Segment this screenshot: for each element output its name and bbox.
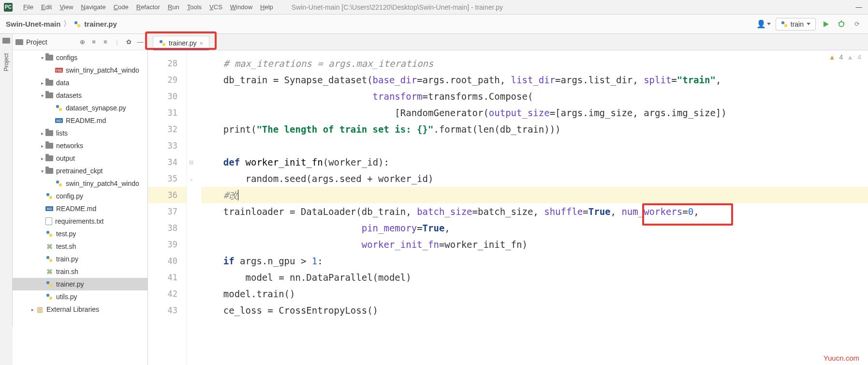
menu-navigate[interactable]: Navigate <box>77 3 109 11</box>
tree-item-configs[interactable]: ▾configs <box>13 51 147 64</box>
tree-arrow[interactable]: ▸ <box>39 80 45 86</box>
tree-arrow[interactable]: ▸ <box>39 131 45 136</box>
expand-all-icon[interactable]: ≡ <box>89 38 98 46</box>
tree-item-utils-py[interactable]: utils.py <box>13 290 147 303</box>
minimize-icon[interactable]: — <box>853 2 864 13</box>
run-button[interactable] <box>821 19 831 30</box>
fold-marker[interactable]: ⌄ <box>187 170 195 187</box>
menu-edit[interactable]: Edit <box>37 3 56 11</box>
fold-marker[interactable] <box>187 203 195 220</box>
fold-marker[interactable] <box>187 187 195 203</box>
tree-arrow[interactable]: ▾ <box>39 55 45 61</box>
editor[interactable]: 28293031323334353637383940414243 ⊟⌄ # ma… <box>148 50 868 365</box>
tree-item-label: configs <box>56 54 77 61</box>
tree-item-test-py[interactable]: test.py <box>13 228 147 240</box>
line-number: 35 <box>148 170 186 187</box>
collapse-all-icon[interactable]: ≡ <box>101 38 110 46</box>
fold-marker[interactable] <box>187 88 195 105</box>
fold-marker[interactable] <box>187 72 195 88</box>
menu-run[interactable]: Run <box>164 3 183 11</box>
tree-arrow[interactable]: ▸ <box>39 143 45 149</box>
fold-marker[interactable] <box>187 236 195 253</box>
menu-refactor[interactable]: Refactor <box>132 3 164 11</box>
tree-item-trainer-py[interactable]: trainer.py <box>13 278 147 290</box>
menu-help[interactable]: Help <box>256 3 277 11</box>
python-file-icon <box>45 255 53 263</box>
fold-marker[interactable] <box>187 269 195 286</box>
tree-arrow[interactable]: ▸ <box>39 156 45 161</box>
svg-rect-24 <box>162 43 165 46</box>
line-number: 40 <box>148 253 186 269</box>
line-number: 39 <box>148 236 186 253</box>
tab-label: trainer.py <box>169 39 197 47</box>
python-file-icon <box>45 280 53 288</box>
svg-rect-10 <box>59 108 62 111</box>
hide-icon[interactable]: — <box>136 38 145 46</box>
tree-item-dataset_synapse-py[interactable]: dataset_synapse.py <box>13 102 147 114</box>
menu-tools[interactable]: Tools <box>183 3 206 11</box>
code-with-me-icon[interactable]: 👤 <box>756 19 771 29</box>
fold-marker[interactable] <box>187 121 195 137</box>
settings-icon[interactable]: ✿ <box>124 38 133 46</box>
svg-rect-18 <box>49 259 52 262</box>
svg-rect-23 <box>160 40 162 43</box>
inspection-widget[interactable]: ▲ 4 ▲ 4 <box>829 53 861 61</box>
tree-arrow[interactable]: ▾ <box>39 93 45 98</box>
fold-marker[interactable]: ⊟ <box>187 154 195 170</box>
menu-window[interactable]: Window <box>226 3 256 11</box>
fold-marker[interactable] <box>187 302 195 319</box>
tree-item-train-py[interactable]: train.py <box>13 253 147 265</box>
tree-item-label: External Libraries <box>46 305 99 313</box>
select-opened-file-icon[interactable]: ⊕ <box>78 38 87 46</box>
left-gutter-tabs: Project <box>0 34 13 365</box>
tree-item-config-py[interactable]: config.py <box>13 190 147 202</box>
tree-item-requirements-txt[interactable]: requirements.txt <box>13 215 147 228</box>
project-tab-label[interactable]: Project <box>3 50 10 74</box>
tree-item-lists[interactable]: ▸lists <box>13 127 147 139</box>
tree-item-swin_tiny_patch4_windo[interactable]: YMLswin_tiny_patch4_windo <box>13 64 147 76</box>
tree-item-pretrained_ckpt[interactable]: ▾pretrained_ckpt <box>13 165 147 177</box>
python-file-icon <box>55 180 63 187</box>
tree-item-data[interactable]: ▸data <box>13 76 147 89</box>
svg-rect-22 <box>49 297 52 300</box>
menu-view[interactable]: View <box>56 3 77 11</box>
breadcrumb-file[interactable]: trainer.py <box>84 20 117 28</box>
menu-code[interactable]: Code <box>110 3 132 11</box>
line-number: 33 <box>148 137 186 154</box>
tree-item-test-sh[interactable]: ⌘test.sh <box>13 240 147 253</box>
fold-marker[interactable] <box>187 286 195 302</box>
project-tab-icon[interactable] <box>2 38 10 44</box>
tree-item-label: README.md <box>66 117 106 124</box>
tree-item-external-libraries[interactable]: ▸▥External Libraries <box>13 303 147 316</box>
toolbar: Swin-Unet-main 〉 trainer.py 👤 train <box>0 15 868 34</box>
menu-file[interactable]: File <box>19 3 37 11</box>
tree-arrow[interactable]: ▾ <box>39 168 45 174</box>
close-tab-icon[interactable]: × <box>200 40 204 47</box>
line-number: 36 <box>148 187 186 203</box>
tree-arrow[interactable]: ▸ <box>29 307 36 312</box>
svg-marker-4 <box>824 21 829 27</box>
fold-marker[interactable] <box>187 220 195 236</box>
menu-vcs[interactable]: VCS <box>206 3 226 11</box>
project-title[interactable]: Project <box>26 38 75 46</box>
debug-button[interactable] <box>836 19 847 30</box>
fold-marker[interactable] <box>187 105 195 121</box>
tree-item-train-sh[interactable]: ⌘train.sh <box>13 265 147 278</box>
breadcrumb-root[interactable]: Swin-Unet-main <box>6 20 60 28</box>
tree-item-label: output <box>56 154 75 162</box>
code-area[interactable]: # max_iterations = args.max_iterations d… <box>195 50 868 365</box>
fold-marker[interactable] <box>187 137 195 154</box>
more-actions-icon[interactable]: ⟳ <box>852 19 862 30</box>
tree-item-networks[interactable]: ▸networks <box>13 139 147 152</box>
tree-item-readme-md[interactable]: MDREADME.md <box>13 202 147 215</box>
run-configuration-selector[interactable]: train <box>776 18 816 30</box>
fold-marker[interactable] <box>187 253 195 269</box>
fold-marker[interactable] <box>187 55 195 72</box>
tree-item-datasets[interactable]: ▾datasets <box>13 89 147 102</box>
tree-item-swin_tiny_patch4_windo[interactable]: swin_tiny_patch4_windo <box>13 177 147 190</box>
tree-item-output[interactable]: ▸output <box>13 152 147 165</box>
file-tab-trainer[interactable]: trainer.py × <box>153 36 209 50</box>
tree-item-readme-md[interactable]: MDREADME.md <box>13 114 147 127</box>
project-tree[interactable]: ▾configsYMLswin_tiny_patch4_windo▸data▾d… <box>13 50 147 365</box>
menu-bar: PC FileEditViewNavigateCodeRefactorRunTo… <box>0 0 868 15</box>
